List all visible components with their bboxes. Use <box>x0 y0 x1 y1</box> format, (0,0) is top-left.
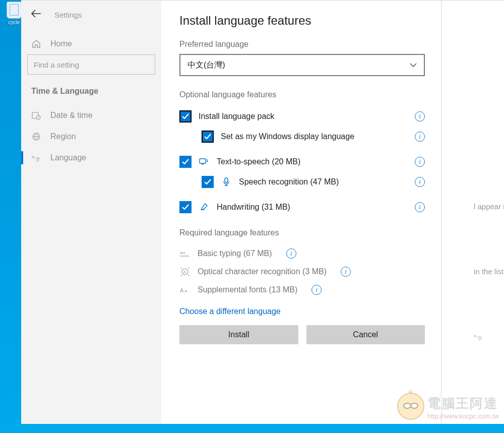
required-heading: Required language features <box>179 228 425 237</box>
preferred-language-label: Preferred language <box>179 40 425 49</box>
choose-different-link[interactable]: Choose a different language <box>179 307 281 316</box>
calendar-clock-icon <box>31 111 41 120</box>
main-area: l appear in this in the list that A字 Ins… <box>161 1 504 424</box>
required-label: Basic typing (67 MB) <box>198 249 272 258</box>
svg-text:A: A <box>474 334 477 338</box>
home-icon <box>31 39 41 48</box>
settings-window: Settings Home Time & Language Date & tim… <box>21 0 504 424</box>
info-icon[interactable]: i <box>415 157 425 167</box>
back-arrow-icon[interactable] <box>31 10 41 20</box>
required-label: Supplemental fonts (13 MB) <box>198 285 297 294</box>
option-label: Handwriting (31 MB) <box>217 203 290 212</box>
pen-icon <box>199 203 210 212</box>
sidebar-item-label: Region <box>50 132 76 141</box>
required-fonts: AA Supplemental fonts (13 MB) i <box>179 281 425 299</box>
option-label: Text-to-speech (20 MB) <box>217 157 300 166</box>
microphone-icon <box>221 177 232 187</box>
language-icon: A字 <box>31 153 41 162</box>
bg-lang-icon-row: A字 <box>474 332 504 341</box>
svg-text:字: 字 <box>477 336 482 341</box>
svg-text:A: A <box>183 270 186 274</box>
required-basic-typing: abc Basic typing (67 MB) i <box>179 244 425 263</box>
info-icon[interactable]: i <box>311 285 322 295</box>
svg-text:A: A <box>180 287 184 293</box>
svg-text:A: A <box>32 155 35 159</box>
option-label: Speech recognition (47 MB) <box>239 177 339 187</box>
bg-text-2: in the list that <box>474 267 504 276</box>
info-icon[interactable]: i <box>286 249 296 259</box>
info-icon[interactable]: i <box>415 111 425 121</box>
language-dropdown[interactable]: 中文(台灣) <box>179 54 425 76</box>
svg-rect-8 <box>225 178 228 182</box>
option-label: Set as my Windows display language <box>221 132 354 141</box>
info-icon[interactable]: i <box>415 132 425 142</box>
install-language-dialog: Install language features Preferred lang… <box>161 1 442 424</box>
sidebar-item-language[interactable]: A字 Language <box>27 147 155 168</box>
option-install-pack: Install language pack i <box>179 106 425 127</box>
info-icon[interactable]: i <box>415 202 425 212</box>
checkbox-tts[interactable] <box>179 156 192 168</box>
checkbox-install-pack[interactable] <box>179 110 192 122</box>
info-icon[interactable]: i <box>341 267 351 277</box>
svg-rect-7 <box>200 159 206 163</box>
svg-text:A: A <box>184 289 187 293</box>
sidebar-home[interactable]: Home <box>27 33 155 54</box>
chevron-down-icon <box>410 60 417 70</box>
sidebar-item-label: Language <box>50 153 86 162</box>
optional-heading: Optional language features <box>179 90 425 99</box>
option-handwriting: Handwriting (31 MB) i <box>179 197 425 217</box>
checkbox-handwriting[interactable] <box>179 201 192 213</box>
sidebar-title: Settings <box>54 11 82 19</box>
sidebar: Settings Home Time & Language Date & tim… <box>21 1 161 424</box>
globe-icon <box>31 132 41 141</box>
dialog-title: Install language features <box>179 14 425 28</box>
bg-text-1: l appear in this <box>474 202 504 211</box>
recycle-bin-icon <box>7 2 22 19</box>
svg-text:字: 字 <box>35 157 40 162</box>
tts-icon <box>199 157 210 166</box>
sidebar-category: Time & Language <box>27 85 155 105</box>
search-input[interactable] <box>27 54 155 75</box>
required-label: Optical character recognition (3 MB) <box>198 267 327 276</box>
sidebar-item-region[interactable]: Region <box>27 126 155 147</box>
dropdown-value: 中文(台灣) <box>187 60 225 71</box>
cancel-button[interactable]: Cancel <box>306 325 425 344</box>
checkbox-speech[interactable] <box>202 176 214 188</box>
sidebar-home-label: Home <box>50 39 72 48</box>
checkbox-set-display[interactable] <box>202 131 214 143</box>
option-set-display: Set as my Windows display language i <box>179 127 425 147</box>
typing-icon: abc <box>179 250 191 257</box>
option-label: Install language pack <box>199 112 274 121</box>
option-tts: Text-to-speech (20 MB) i <box>179 152 425 172</box>
option-speech: Speech recognition (47 MB) i <box>179 172 425 192</box>
fonts-icon: AA <box>179 286 191 294</box>
required-ocr: A Optical character recognition (3 MB) i <box>179 263 425 281</box>
info-icon[interactable]: i <box>415 177 425 187</box>
svg-text:abc: abc <box>180 251 186 255</box>
install-button[interactable]: Install <box>179 325 298 344</box>
sidebar-item-label: Date & time <box>50 111 93 120</box>
ocr-icon: A <box>179 267 191 276</box>
sidebar-item-datetime[interactable]: Date & time <box>27 105 155 126</box>
